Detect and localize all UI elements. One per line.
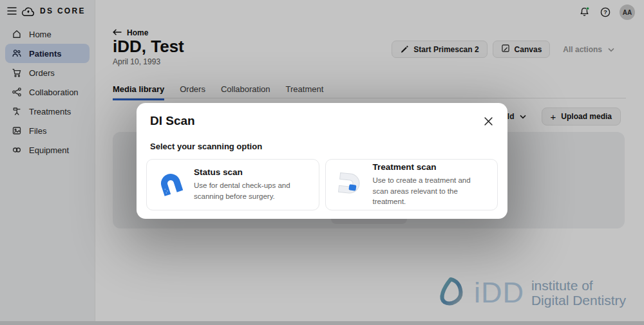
option-title: Status scan bbox=[194, 167, 309, 177]
option-title: Treatment scan bbox=[373, 162, 488, 172]
close-icon[interactable] bbox=[482, 115, 495, 128]
app-window: DS CORE Home Patients bbox=[0, 0, 644, 325]
option-description: Use to create a treatment and scan areas… bbox=[373, 175, 488, 207]
modal-header: DI Scan bbox=[146, 113, 498, 128]
modal-subtitle: Select your scanning option bbox=[150, 142, 498, 151]
status-scan-option[interactable]: Status scan Use for dental check-ups and… bbox=[146, 159, 319, 210]
scan-options: Status scan Use for dental check-ups and… bbox=[146, 159, 498, 210]
option-description: Use for dental check-ups and scanning be… bbox=[194, 180, 309, 201]
treatment-scan-arch-icon bbox=[336, 169, 364, 200]
option-text: Treatment scan Use to create a treatment… bbox=[373, 162, 488, 207]
status-scan-arch-icon bbox=[156, 169, 185, 200]
treatment-scan-option[interactable]: Treatment scan Use to create a treatment… bbox=[325, 159, 498, 210]
option-text: Status scan Use for dental check-ups and… bbox=[194, 167, 309, 201]
di-scan-modal: DI Scan Select your scanning option bbox=[137, 103, 507, 219]
modal-title: DI Scan bbox=[150, 114, 195, 128]
